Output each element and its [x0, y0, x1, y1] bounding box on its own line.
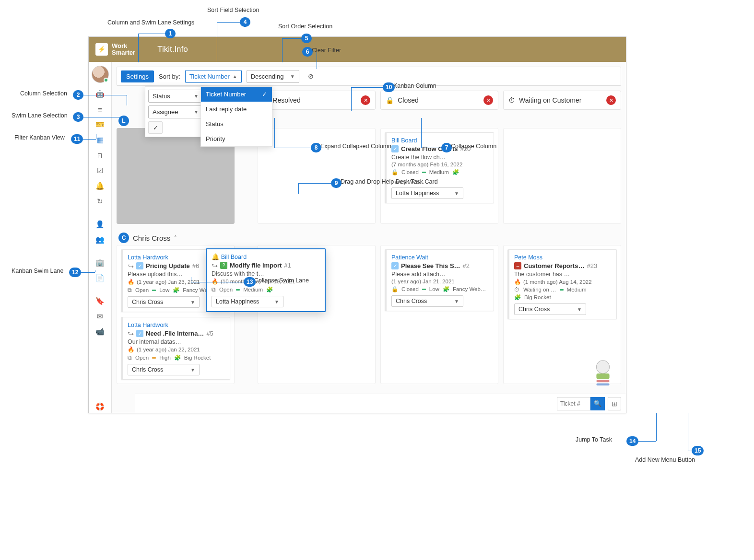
clear-filter-button[interactable]: ⊘	[304, 70, 318, 83]
sort-option[interactable]: Ticket Number✓	[201, 87, 272, 102]
bookmark-icon[interactable]: 🔖	[94, 295, 106, 307]
dropzone[interactable]: Patience Wait ✓ Please See This S… #2 Pl…	[380, 245, 498, 384]
board-icon[interactable]: ▦	[94, 134, 106, 146]
type-badge-icon: ✓	[136, 330, 143, 337]
app-header: ⚡ WorkSmarter Tikit.Info	[89, 37, 626, 62]
task-card[interactable]: Lotta Hardwork ⮑ ✓ Need .File Interna… #…	[121, 317, 230, 380]
confirm-settings-button[interactable]: ✓	[148, 121, 163, 134]
task-card[interactable]: Patience Wait ✓ Please See This S… #2 Pl…	[385, 249, 494, 311]
card-group: Fancy Web…	[391, 179, 424, 185]
card-priority: Low	[159, 287, 169, 293]
task-card[interactable]: Bill Board ✓ Create Flow Charts #20 Crea…	[385, 132, 494, 203]
ticket-search-input[interactable]	[557, 397, 590, 410]
lock-icon: 🔒	[391, 169, 398, 175]
collapse-column-button[interactable]: ✕	[606, 95, 616, 105]
sort-order-select[interactable]: Descending ▼	[247, 70, 299, 83]
caret-down-icon: ▼	[290, 74, 295, 79]
chevron-up-icon[interactable]: ˄	[174, 235, 177, 241]
assignee-select[interactable]: Chris Cross▼	[514, 303, 586, 315]
robot-icon[interactable]: 🤖	[94, 88, 106, 100]
app-body: 🤖 ≡ 🎫 ▦ 🗓 ☑ 🔔 ↻ 👤 👥 🏢 📄 🔖 ✉ 📹 🛟	[89, 62, 626, 413]
kanban-column-waiting[interactable]: ⏱ Waiting on Customer ✕	[503, 91, 621, 110]
building-icon[interactable]: 🏢	[94, 257, 106, 269]
requester-link[interactable]: Bill Board	[391, 137, 417, 144]
kanban-column-resolved[interactable]: ✓ Resolved ✕	[258, 91, 376, 110]
assistant-bot-icon[interactable]	[587, 357, 619, 390]
assignee-select[interactable]: Lotta Happiness▼	[391, 187, 463, 199]
column-label: Closed	[398, 96, 419, 104]
support-icon[interactable]: 🛟	[94, 400, 106, 413]
sort-option[interactable]: Priority	[201, 131, 272, 146]
dropzone[interactable]	[258, 128, 376, 224]
assignee-select[interactable]: Lotta Happiness▼	[212, 296, 283, 307]
avatar[interactable]	[92, 66, 109, 83]
assignee-select[interactable]: Chris Cross▼	[128, 296, 200, 308]
search-button[interactable]: 🔍	[590, 397, 605, 410]
column-label: Waiting on Customer	[519, 96, 581, 104]
mail-icon[interactable]: ✉	[94, 310, 106, 323]
card-status: Open	[135, 287, 149, 293]
people-icon[interactable]: 👥	[94, 233, 106, 246]
contact-icon[interactable]: 👤	[94, 218, 106, 231]
check-icon[interactable]: ☑	[94, 164, 106, 177]
sort-option[interactable]: Last reply date	[201, 102, 272, 117]
svg-rect-2	[596, 380, 609, 383]
lane-initial: L	[118, 116, 129, 126]
lane-name: Chris Cross	[133, 234, 170, 242]
requester-link[interactable]: Pete Moss	[514, 254, 542, 261]
stage: ⚡ WorkSmarter Tikit.Info 🤖 ≡ 🎫 ▦ 🗓 ☑ 🔔 ↻…	[0, 0, 754, 560]
column-label: Resolved	[272, 96, 300, 104]
add-new-menu-button[interactable]: ⊞	[608, 397, 621, 410]
history-icon[interactable]: ↻	[94, 195, 106, 208]
dropzone[interactable]: Bill Board ✓ Create Flow Charts #20 Crea…	[380, 128, 498, 224]
requester-link[interactable]: Patience Wait	[391, 254, 428, 261]
sort-option[interactable]: Status	[201, 117, 272, 131]
dropzone[interactable]	[503, 128, 621, 224]
tree-icon: ⮑	[128, 262, 134, 269]
video-icon[interactable]: 📹	[94, 326, 106, 338]
card-priority: Medium	[429, 169, 449, 175]
card-number: #20	[460, 145, 471, 152]
card-number: #5	[206, 330, 213, 337]
card-title: Modify file import	[230, 262, 282, 269]
swimlane-select[interactable]: Assignee ▼	[148, 105, 203, 118]
requester-link[interactable]: Lotta Hardwork	[128, 322, 168, 328]
card-title: Pricing Update	[146, 262, 190, 269]
sort-field-value: Ticket Number	[189, 73, 230, 80]
caret-down-icon: ▼	[577, 307, 582, 312]
priority-icon	[422, 289, 426, 290]
card-desc: The customer has …	[514, 271, 612, 278]
template-icon[interactable]: 📄	[94, 272, 106, 284]
caret-down-icon: ▼	[454, 299, 459, 304]
sort-field-select[interactable]: Ticket Number ▲	[185, 70, 242, 83]
card-number: #6	[192, 262, 199, 269]
requester-link[interactable]: Bill Board	[221, 254, 247, 260]
kanban-column-closed[interactable]: 🔒 Closed ✕	[380, 91, 498, 110]
toolbar: Settings Sort by: Ticket Number ▲ Descen…	[117, 67, 621, 86]
calendar-check-icon[interactable]: 🗓	[94, 149, 106, 162]
priority-icon	[236, 289, 240, 291]
collapse-column-button[interactable]: ✕	[483, 95, 493, 105]
assignee-select[interactable]: Chris Cross▼	[391, 295, 463, 307]
ticket-icon[interactable]: 🎫	[94, 118, 106, 131]
collapse-column-button[interactable]: ✕	[361, 95, 370, 105]
swim-lane-header[interactable]: C Chris Cross ˄	[112, 229, 626, 245]
column-select[interactable]: Status ▼	[148, 90, 203, 103]
priority-icon	[152, 290, 156, 291]
filter-icon[interactable]: ≡	[94, 103, 106, 116]
card-age: (1 year ago) Jan 23, 2021	[137, 279, 200, 285]
card-status: Open	[219, 287, 233, 292]
priority-icon	[422, 172, 426, 173]
task-card[interactable]: 🔔 Bill Board ⮑ ? Modify file import #1 D…	[206, 248, 326, 312]
settings-button[interactable]: Settings	[121, 70, 154, 82]
assignee-select[interactable]: Chris Cross▼	[128, 364, 200, 375]
requester-link[interactable]: Lotta Hardwork	[128, 254, 168, 261]
brand-top: Work	[112, 42, 127, 49]
bell-icon[interactable]: 🔔	[94, 180, 106, 192]
caret-down-icon: ▼	[454, 191, 459, 196]
priority-icon	[560, 289, 564, 291]
card-age: (1 month ago) Aug 14, 2022	[523, 279, 592, 285]
swim-lane-body: Lotta Hardwork ⮑ ✓ Pricing Update #6 Ple…	[112, 245, 626, 389]
caret-down-icon: ▼	[190, 367, 195, 373]
task-card[interactable]: Pete Moss – Customer Reports… #23 The cu…	[507, 249, 617, 319]
